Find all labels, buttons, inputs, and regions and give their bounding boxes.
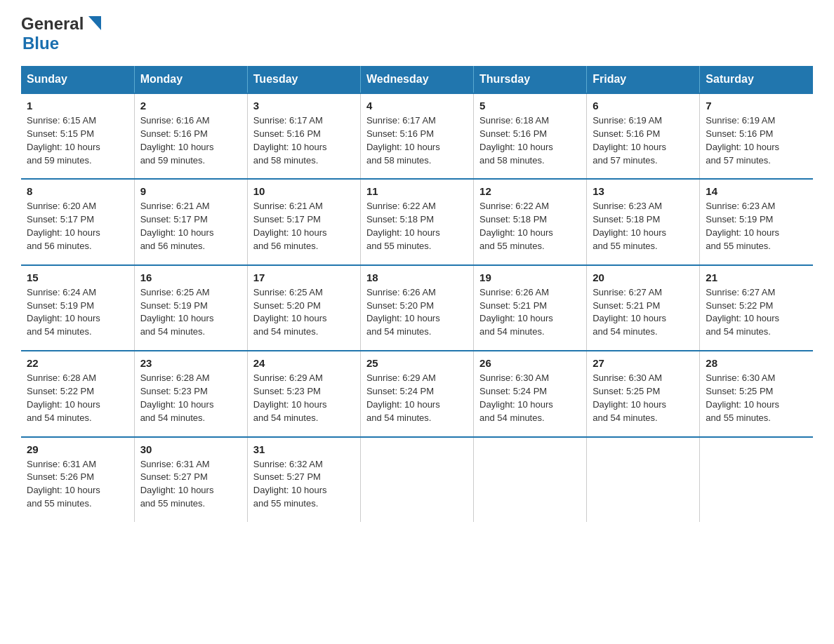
day-cell: 16Sunrise: 6:25 AMSunset: 5:19 PMDayligh… <box>134 265 247 351</box>
day-info: Sunrise: 6:21 AMSunset: 5:17 PMDaylight:… <box>253 201 327 251</box>
day-info: Sunrise: 6:15 AMSunset: 5:15 PMDaylight:… <box>27 115 100 166</box>
day-cell: 31Sunrise: 6:32 AMSunset: 5:27 PMDayligh… <box>247 437 360 522</box>
day-cell: 23Sunrise: 6:28 AMSunset: 5:23 PMDayligh… <box>134 351 247 436</box>
day-info: Sunrise: 6:17 AMSunset: 5:16 PMDaylight:… <box>253 115 327 166</box>
day-cell: 8Sunrise: 6:20 AMSunset: 5:17 PMDaylight… <box>21 179 134 264</box>
week-row-4: 22Sunrise: 6:28 AMSunset: 5:22 PMDayligh… <box>21 351 813 436</box>
day-cell: 29Sunrise: 6:31 AMSunset: 5:26 PMDayligh… <box>21 437 134 522</box>
day-info: Sunrise: 6:29 AMSunset: 5:23 PMDaylight:… <box>253 373 327 423</box>
logo-general-label: General <box>21 14 84 34</box>
day-number: 31 <box>253 443 355 455</box>
day-number: 3 <box>253 100 355 112</box>
day-info: Sunrise: 6:31 AMSunset: 5:27 PMDaylight:… <box>140 459 214 509</box>
day-info: Sunrise: 6:20 AMSunset: 5:17 PMDaylight:… <box>27 201 100 251</box>
day-cell: 21Sunrise: 6:27 AMSunset: 5:22 PMDayligh… <box>700 265 813 351</box>
day-number: 8 <box>27 185 128 197</box>
day-number: 4 <box>366 100 468 112</box>
day-number: 22 <box>27 357 128 369</box>
day-number: 23 <box>140 357 241 369</box>
day-info: Sunrise: 6:29 AMSunset: 5:24 PMDaylight:… <box>366 373 440 423</box>
day-number: 21 <box>706 271 807 283</box>
day-number: 9 <box>140 185 241 197</box>
day-number: 24 <box>253 357 355 369</box>
day-info: Sunrise: 6:19 AMSunset: 5:16 PMDaylight:… <box>706 115 779 166</box>
day-info: Sunrise: 6:24 AMSunset: 5:19 PMDaylight:… <box>27 287 100 337</box>
day-info: Sunrise: 6:30 AMSunset: 5:25 PMDaylight:… <box>706 373 779 423</box>
day-info: Sunrise: 6:27 AMSunset: 5:22 PMDaylight:… <box>706 287 779 337</box>
day-cell: 11Sunrise: 6:22 AMSunset: 5:18 PMDayligh… <box>360 179 473 264</box>
header-cell-saturday: Saturday <box>700 66 813 93</box>
day-number: 19 <box>479 271 581 283</box>
logo: General Blue <box>21 14 101 53</box>
day-cell: 1Sunrise: 6:15 AMSunset: 5:15 PMDaylight… <box>21 93 134 179</box>
day-info: Sunrise: 6:18 AMSunset: 5:16 PMDaylight:… <box>479 115 553 166</box>
day-info: Sunrise: 6:25 AMSunset: 5:20 PMDaylight:… <box>253 287 327 337</box>
day-cell: 28Sunrise: 6:30 AMSunset: 5:25 PMDayligh… <box>700 351 813 436</box>
day-cell: 20Sunrise: 6:27 AMSunset: 5:21 PMDayligh… <box>587 265 700 351</box>
day-info: Sunrise: 6:32 AMSunset: 5:27 PMDaylight:… <box>253 459 327 509</box>
day-cell <box>587 437 700 522</box>
day-info: Sunrise: 6:23 AMSunset: 5:18 PMDaylight:… <box>593 201 666 251</box>
day-number: 28 <box>706 357 807 369</box>
day-cell: 22Sunrise: 6:28 AMSunset: 5:22 PMDayligh… <box>21 351 134 436</box>
header-cell-sunday: Sunday <box>21 66 134 93</box>
week-row-5: 29Sunrise: 6:31 AMSunset: 5:26 PMDayligh… <box>21 437 813 522</box>
day-info: Sunrise: 6:26 AMSunset: 5:20 PMDaylight:… <box>366 287 440 337</box>
day-cell: 6Sunrise: 6:19 AMSunset: 5:16 PMDaylight… <box>587 93 700 179</box>
day-cell: 18Sunrise: 6:26 AMSunset: 5:20 PMDayligh… <box>360 265 473 351</box>
day-cell: 17Sunrise: 6:25 AMSunset: 5:20 PMDayligh… <box>247 265 360 351</box>
day-cell: 13Sunrise: 6:23 AMSunset: 5:18 PMDayligh… <box>587 179 700 264</box>
day-info: Sunrise: 6:28 AMSunset: 5:22 PMDaylight:… <box>27 373 100 423</box>
header-cell-wednesday: Wednesday <box>360 66 473 93</box>
calendar-header: SundayMondayTuesdayWednesdayThursdayFrid… <box>21 66 813 93</box>
logo-arrow-icon <box>86 16 101 33</box>
day-info: Sunrise: 6:17 AMSunset: 5:16 PMDaylight:… <box>366 115 440 166</box>
week-row-2: 8Sunrise: 6:20 AMSunset: 5:17 PMDaylight… <box>21 179 813 264</box>
calendar-body: 1Sunrise: 6:15 AMSunset: 5:15 PMDaylight… <box>21 93 813 522</box>
week-row-3: 15Sunrise: 6:24 AMSunset: 5:19 PMDayligh… <box>21 265 813 351</box>
day-info: Sunrise: 6:19 AMSunset: 5:16 PMDaylight:… <box>593 115 666 166</box>
day-info: Sunrise: 6:27 AMSunset: 5:21 PMDaylight:… <box>593 287 666 337</box>
day-number: 26 <box>479 357 581 369</box>
day-info: Sunrise: 6:31 AMSunset: 5:26 PMDaylight:… <box>27 459 100 509</box>
day-info: Sunrise: 6:22 AMSunset: 5:18 PMDaylight:… <box>366 201 440 251</box>
day-number: 27 <box>593 357 694 369</box>
day-cell: 4Sunrise: 6:17 AMSunset: 5:16 PMDaylight… <box>360 93 473 179</box>
header-cell-friday: Friday <box>587 66 700 93</box>
day-info: Sunrise: 6:30 AMSunset: 5:25 PMDaylight:… <box>593 373 666 423</box>
day-number: 20 <box>593 271 694 283</box>
day-number: 12 <box>479 185 581 197</box>
day-cell: 3Sunrise: 6:17 AMSunset: 5:16 PMDaylight… <box>247 93 360 179</box>
day-info: Sunrise: 6:22 AMSunset: 5:18 PMDaylight:… <box>479 201 553 251</box>
day-number: 11 <box>366 185 468 197</box>
day-cell: 25Sunrise: 6:29 AMSunset: 5:24 PMDayligh… <box>360 351 473 436</box>
day-number: 30 <box>140 443 241 455</box>
day-number: 15 <box>27 271 128 283</box>
day-cell: 2Sunrise: 6:16 AMSunset: 5:16 PMDaylight… <box>134 93 247 179</box>
day-cell: 15Sunrise: 6:24 AMSunset: 5:19 PMDayligh… <box>21 265 134 351</box>
day-cell <box>474 437 587 522</box>
header-row: SundayMondayTuesdayWednesdayThursdayFrid… <box>21 66 813 93</box>
header-cell-tuesday: Tuesday <box>247 66 360 93</box>
day-info: Sunrise: 6:16 AMSunset: 5:16 PMDaylight:… <box>140 115 214 166</box>
day-number: 25 <box>366 357 468 369</box>
day-number: 2 <box>140 100 241 112</box>
day-cell: 14Sunrise: 6:23 AMSunset: 5:19 PMDayligh… <box>700 179 813 264</box>
logo-top-row: General <box>21 14 101 34</box>
day-cell: 26Sunrise: 6:30 AMSunset: 5:24 PMDayligh… <box>474 351 587 436</box>
day-number: 14 <box>706 185 807 197</box>
day-number: 7 <box>706 100 807 112</box>
logo-bottom-row: Blue <box>21 34 101 53</box>
day-info: Sunrise: 6:23 AMSunset: 5:19 PMDaylight:… <box>706 201 779 251</box>
calendar-table: SundayMondayTuesdayWednesdayThursdayFrid… <box>21 66 813 522</box>
logo-blue-label: Blue <box>22 34 59 53</box>
day-number: 16 <box>140 271 241 283</box>
day-cell: 30Sunrise: 6:31 AMSunset: 5:27 PMDayligh… <box>134 437 247 522</box>
day-number: 1 <box>27 100 128 112</box>
day-number: 18 <box>366 271 468 283</box>
day-number: 6 <box>593 100 694 112</box>
day-cell: 12Sunrise: 6:22 AMSunset: 5:18 PMDayligh… <box>474 179 587 264</box>
day-cell: 5Sunrise: 6:18 AMSunset: 5:16 PMDaylight… <box>474 93 587 179</box>
day-number: 29 <box>27 443 128 455</box>
page-header: General Blue <box>21 14 813 53</box>
